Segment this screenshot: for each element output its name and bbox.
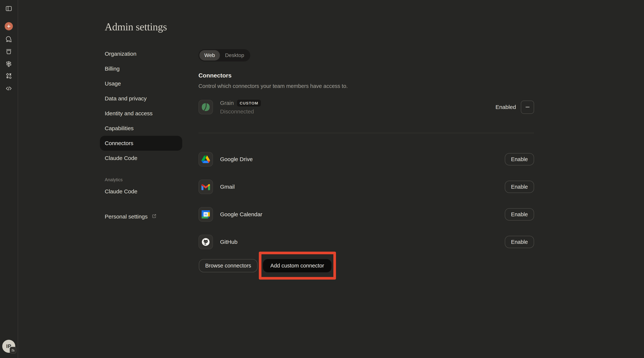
nav-item-identity-and-access[interactable]: Identity and access — [100, 106, 182, 121]
platform-toggle: Web Desktop — [198, 49, 250, 61]
personal-settings-nav: Personal settings — [100, 209, 193, 224]
app-sidebar-rail: IP — [0, 0, 18, 358]
enable-gmail-button[interactable]: Enable — [505, 181, 534, 193]
nav-section-analytics: Analytics — [105, 175, 122, 184]
nav-item-billing[interactable]: Billing — [100, 61, 182, 76]
enable-google-drive-button[interactable]: Enable — [505, 153, 534, 165]
connector-name: GitHub — [220, 239, 238, 245]
external-link-icon — [151, 213, 157, 220]
nav-item-analytics-claude-code[interactable]: Claude Code — [100, 184, 182, 199]
settings-nav: Organization Billing Usage Data and priv… — [100, 46, 182, 166]
organization-badge — [10, 347, 16, 354]
connector-row-gmail: Gmail Enable — [198, 180, 534, 194]
connector-name: Gmail — [220, 184, 234, 190]
connector-name: Google Drive — [220, 156, 253, 162]
connector-name: Grain — [220, 100, 234, 106]
connector-row-grain: Grain CUSTOM Disconnected Enabled — [198, 97, 534, 117]
custom-badge: CUSTOM — [237, 100, 261, 106]
nav-item-data-and-privacy[interactable]: Data and privacy — [100, 91, 182, 106]
connector-name: Google Calendar — [220, 211, 262, 218]
analytics-nav: Claude Code — [100, 184, 182, 199]
toggle-option-web[interactable]: Web — [200, 50, 220, 60]
google-drive-logo — [198, 152, 213, 167]
connector-status: Disconnected — [220, 108, 261, 115]
nav-item-organization[interactable]: Organization — [100, 46, 182, 61]
github-logo — [198, 235, 213, 249]
section-heading: Connectors — [198, 72, 232, 79]
chats-icon[interactable] — [5, 35, 12, 43]
nav-item-connectors[interactable]: Connectors — [100, 136, 182, 151]
code-icon[interactable] — [5, 85, 12, 92]
nav-item-claude-code[interactable]: Claude Code — [100, 151, 182, 166]
gmail-logo — [198, 180, 213, 194]
google-calendar-logo: 31 — [198, 207, 213, 222]
plus-icon — [6, 24, 11, 29]
browse-connectors-button[interactable]: Browse connectors — [199, 259, 258, 272]
add-custom-connector-button[interactable]: Add custom connector — [263, 259, 332, 272]
personal-settings-label: Personal settings — [105, 213, 148, 220]
toggle-option-desktop[interactable]: Desktop — [220, 50, 249, 60]
grain-logo — [198, 100, 213, 114]
nav-item-capabilities[interactable]: Capabilities — [100, 121, 182, 136]
projects-icon[interactable] — [5, 48, 12, 55]
nav-item-usage[interactable]: Usage — [100, 76, 182, 91]
connector-row-github: GitHub Enable — [198, 235, 534, 249]
enable-google-calendar-button[interactable]: Enable — [505, 208, 534, 221]
calendar-day-text: 31 — [204, 213, 207, 216]
enable-github-button[interactable]: Enable — [505, 236, 534, 248]
ellipsis-icon — [524, 104, 531, 110]
nav-item-personal-settings[interactable]: Personal settings — [100, 209, 193, 224]
organization-building-icon — [11, 348, 15, 352]
page-title: Admin settings — [105, 21, 167, 33]
admin-settings-page: IP Admin settings Organization Billing U… — [0, 0, 644, 358]
connector-row-google-calendar: 31 Google Calendar Enable — [198, 207, 534, 222]
connector-row-google-drive: Google Drive Enable — [198, 152, 534, 167]
section-divider — [198, 133, 534, 133]
account-avatar[interactable]: IP — [2, 340, 15, 353]
connector-menu-button[interactable] — [521, 101, 534, 114]
explore-icon[interactable] — [5, 72, 12, 80]
sidebar-toggle-icon[interactable] — [5, 5, 12, 12]
section-description: Control which connectors your team membe… — [198, 83, 348, 89]
connector-state-label: Enabled — [496, 104, 516, 110]
directions-icon[interactable] — [5, 60, 12, 68]
new-chat-button[interactable] — [5, 22, 13, 30]
